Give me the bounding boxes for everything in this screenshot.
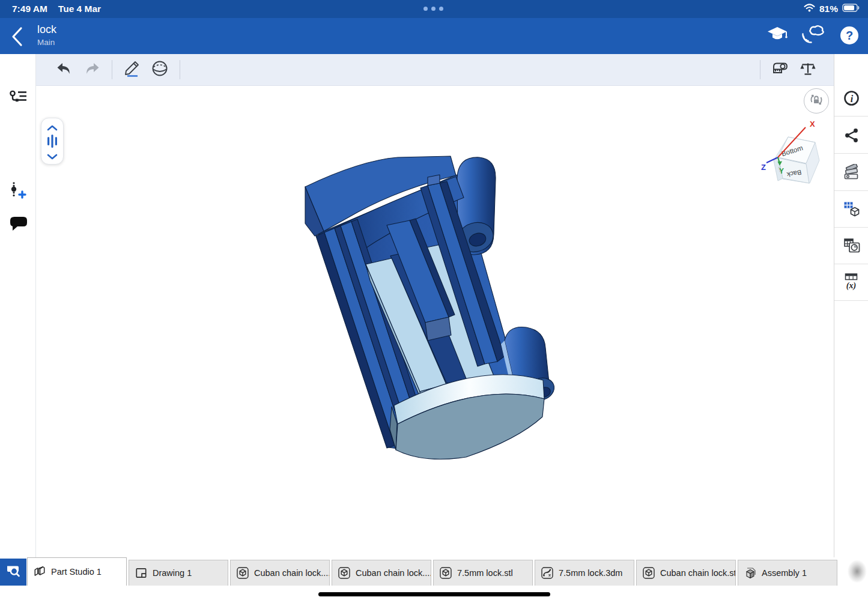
status-date: Tue 4 Mar [58,4,101,14]
axis-x-label: X [810,120,815,129]
wifi-icon [804,4,815,14]
tab-cuban-chain-lock[interactable]: Cuban chain lock.... [332,560,431,586]
document-title: lock [37,23,56,36]
tab-7-5mm-lock-3dm[interactable]: 7.5mm lock.3dm [535,560,634,586]
axis-y-label: Y [779,167,784,175]
feature-scrubber[interactable] [41,118,64,165]
cube-icon [338,566,351,580]
cube-icon [236,566,249,580]
axis-z-label: Z [761,163,766,172]
follow-mode-button[interactable] [802,24,825,47]
mass-properties-button[interactable] [794,58,822,82]
status-bar: 7:49 AM Tue 4 Mar 81% [0,0,868,18]
info-icon: i [843,98,860,109]
chevron-up-icon[interactable] [47,123,58,133]
tab-label: Drawing 1 [153,568,192,578]
svg-text:(x): (x) [846,281,856,291]
measure-icon [771,61,789,79]
tab-cuban-chain-lock-stl[interactable]: Cuban chain lock.stl [636,560,736,586]
document-tabs: Part Studio 1Drawing 1Cuban chain lock..… [27,557,868,586]
assembly-icon [744,566,757,580]
graduation-cap-icon [766,25,788,46]
redo-button[interactable] [78,58,106,82]
appearance-button[interactable] [843,164,860,181]
tab-label: 7.5mm lock.3dm [559,568,622,578]
toolbar-divider [760,60,760,79]
toolbar-divider [112,60,112,79]
appearance-icon [843,173,860,183]
mass-properties-icon [800,61,816,79]
help-button[interactable]: ? [838,24,861,47]
redo-icon [83,61,100,78]
info-button[interactable]: i [843,89,860,107]
tab-label: Cuban chain lock.... [254,568,330,578]
search-tabs-button[interactable] [0,559,26,586]
sphere-icon [151,59,169,80]
learning-center-button[interactable] [766,24,789,47]
configurations-icon [843,210,860,220]
share-icon [843,136,860,146]
rotation-lock-button[interactable] [804,88,829,114]
chevron-down-icon[interactable] [47,151,58,162]
cube-icon [642,566,655,580]
lock-3d-model [36,86,834,557]
right-rail: i [834,54,868,559]
follow-mode-icon [801,24,825,47]
back-chevron-icon [8,38,26,49]
rotate-lock-icon [807,91,825,111]
sphere-tool-button[interactable] [146,58,174,82]
measure-button[interactable] [766,58,794,82]
comment-icon [8,224,29,234]
add-feature-button[interactable] [8,181,28,199]
display-states-icon [843,246,860,256]
sketch-button[interactable] [118,58,146,82]
status-time: 7:49 AM [12,4,47,14]
feature-list-icon [8,99,28,109]
home-indicator[interactable] [318,592,550,596]
cube-icon [439,566,452,580]
search-tabs-icon [5,563,22,581]
model-canvas[interactable]: Bottom Back Left X Y Z [36,86,834,557]
import-3dm-icon [541,566,554,580]
undo-button[interactable] [50,58,78,82]
part-studio-icon [33,565,46,578]
drawing-icon [135,566,148,580]
help-icon: ? [840,26,858,44]
multitask-dots[interactable] [423,7,443,11]
tab-scrollbar[interactable] [845,560,867,586]
variables-button[interactable]: (x) [843,273,860,290]
feature-list-button[interactable] [8,89,28,108]
tab-bar: Part Studio 1Drawing 1Cuban chain lock..… [0,557,868,586]
tab-7-5mm-lock-stl[interactable]: 7.5mm lock.stl [433,560,533,586]
toolbar [36,54,834,86]
tab-label: 7.5mm lock.stl [457,568,513,578]
svg-text:i: i [851,94,854,104]
tab-part-studio-1[interactable]: Part Studio 1 [27,557,127,586]
share-button[interactable] [843,127,860,144]
battery-icon [842,4,860,14]
add-feature-icon [8,191,28,201]
back-button[interactable] [8,26,28,47]
tab-drawing-1[interactable]: Drawing 1 [129,560,228,586]
tab-label: Assembly 1 [762,568,807,578]
tab-label: Cuban chain lock.stl [660,568,736,578]
tab-label: Part Studio 1 [51,567,102,577]
tab-cuban-chain-lock[interactable]: Cuban chain lock.... [230,560,330,586]
comment-button[interactable] [8,216,28,234]
app-header: lock Main ? [0,18,868,54]
view-cube[interactable]: Bottom Back Left X Y Z [754,117,829,195]
undo-icon [56,61,73,78]
sliders-icon[interactable] [46,133,58,151]
workspace-name: Main [37,37,55,48]
left-rail [0,54,36,559]
display-states-button[interactable] [843,237,860,255]
toolbar-divider [180,60,180,79]
tab-assembly-1[interactable]: Assembly 1 [738,560,837,586]
tab-label: Cuban chain lock.... [356,568,431,578]
configurations-button[interactable] [843,201,860,218]
sketch-pencil-icon [123,60,141,79]
variables-icon: (x) [843,282,860,292]
battery-percent: 81% [819,4,838,14]
